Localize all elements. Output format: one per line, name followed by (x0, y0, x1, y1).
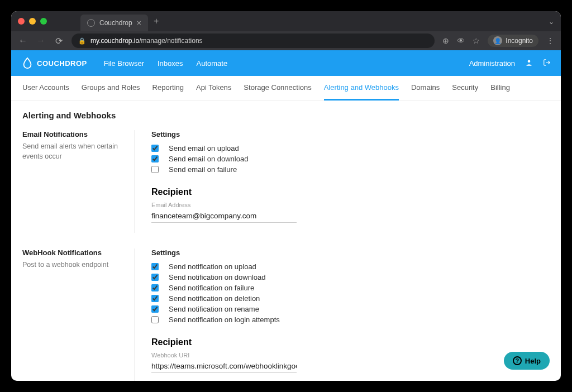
webhook-checkbox[interactable] (151, 263, 159, 270)
webhook-checkbox[interactable] (151, 295, 159, 302)
recipient-label: Recipient (151, 187, 550, 197)
drop-icon (21, 57, 34, 69)
tab-strip: Couchdrop × + (80, 11, 159, 31)
nav-automate[interactable]: Automate (197, 59, 228, 68)
tab-title: Couchdrop (99, 19, 132, 27)
svg-point-0 (528, 60, 531, 63)
webhook-option-row[interactable]: Send notification on failure (151, 284, 550, 292)
eye-off-icon[interactable]: 👁 (457, 36, 465, 45)
minimize-window-button[interactable] (29, 18, 36, 25)
section-settings: Settings Send email on uploadSend email … (134, 130, 550, 233)
webhook-section-description: Post to a webhook endpoint (22, 260, 123, 270)
email-option-label: Send email on failure (169, 165, 237, 174)
page-content: Alerting and Webhooks Email Notification… (11, 101, 561, 381)
help-button[interactable]: ? Help (504, 352, 550, 370)
webhook-checkbox[interactable] (151, 305, 159, 313)
subnav-user-accounts[interactable]: User Accounts (22, 77, 69, 101)
email-option-row[interactable]: Send email on failure (151, 165, 550, 174)
subnav: User Accounts Groups and Roles Reporting… (11, 76, 561, 101)
email-address-input[interactable] (151, 209, 297, 223)
close-window-button[interactable] (18, 18, 25, 25)
webhook-option-label: Send notification on login attempts (169, 315, 280, 324)
webhook-option-label: Send notification on failure (169, 284, 254, 292)
logout-icon[interactable] (543, 59, 551, 68)
section-description: WebHook Notifications Post to a webhook … (22, 248, 134, 381)
star-icon[interactable]: ☆ (473, 36, 480, 45)
email-option-row[interactable]: Send email on upload (151, 144, 550, 152)
webhook-checkbox[interactable] (151, 284, 159, 291)
webhook-option-row[interactable]: Send notification on upload (151, 262, 550, 271)
email-option-label: Send email on download (169, 155, 248, 163)
globe-icon (87, 19, 95, 27)
new-tab-button[interactable]: + (154, 16, 159, 26)
settings-label: Settings (151, 248, 550, 257)
chevron-down-icon[interactable]: ⌄ (549, 18, 554, 26)
help-label: Help (525, 357, 541, 365)
email-section-description: Send email alerts when certain events oc… (22, 142, 123, 161)
url-bar[interactable]: 🔒 my.couchdrop.io/manage/notifications (72, 34, 435, 48)
email-checkbox[interactable] (151, 155, 159, 162)
email-option-label: Send email on upload (169, 144, 239, 152)
subnav-domains[interactable]: Domains (411, 77, 440, 101)
settings-label: Settings (151, 130, 550, 138)
brand-logo[interactable]: COUCHDROP (21, 57, 87, 69)
traffic-lights (18, 18, 47, 25)
webhook-option-row[interactable]: Send notification on rename (151, 305, 550, 313)
administration-link[interactable]: Administration (469, 59, 515, 68)
help-icon: ? (513, 356, 522, 365)
webhook-option-label: Send notification on rename (169, 305, 259, 313)
webhook-checkbox[interactable] (151, 316, 159, 323)
webhook-field-label: Webhook URI (151, 352, 550, 358)
browser-tab[interactable]: Couchdrop × (80, 15, 148, 31)
webhook-uri-input[interactable] (151, 360, 297, 373)
subnav-api-tokens[interactable]: Api Tokens (196, 77, 231, 101)
user-icon[interactable] (525, 59, 533, 68)
reload-button[interactable]: ⟳ (54, 36, 64, 46)
email-notifications-section: Email Notifications Send email alerts wh… (22, 130, 550, 233)
maximize-window-button[interactable] (40, 18, 47, 25)
app-header: COUCHDROP File Browser Inboxes Automate … (11, 50, 561, 76)
email-checkbox[interactable] (151, 145, 159, 152)
section-description: Email Notifications Send email alerts wh… (22, 130, 134, 233)
recipient-label: Recipient (151, 337, 550, 347)
page-title: Alerting and Webhooks (22, 111, 550, 120)
webhook-option-label: Send notification on upload (169, 262, 256, 271)
subnav-groups-roles[interactable]: Groups and Roles (82, 77, 140, 101)
menu-icon[interactable]: ⋮ (546, 36, 554, 45)
email-option-row[interactable]: Send email on download (151, 155, 550, 163)
url-text: my.couchdrop.io/manage/notifications (90, 37, 203, 45)
webhook-option-row[interactable]: Send notification on download (151, 273, 550, 281)
browser-window: Couchdrop × + ⌄ ← → ⟳ 🔒 my.couchdrop.io/… (11, 11, 561, 381)
incognito-icon: 👤 (493, 36, 502, 45)
email-field-label: Email Address (151, 202, 550, 208)
webhook-checkbox[interactable] (151, 274, 159, 281)
subnav-reporting[interactable]: Reporting (152, 77, 184, 101)
browser-toolbar: ← → ⟳ 🔒 my.couchdrop.io/manage/notificat… (11, 31, 561, 50)
zoom-icon[interactable]: ⊕ (442, 36, 449, 45)
lock-icon: 🔒 (78, 37, 86, 45)
section-settings: Settings Send notification on uploadSend… (134, 248, 550, 381)
webhook-option-row[interactable]: Send notification on deletion (151, 294, 550, 303)
close-tab-icon[interactable]: × (137, 18, 141, 27)
nav-inboxes[interactable]: Inboxes (158, 59, 183, 68)
titlebar: Couchdrop × + ⌄ (11, 11, 561, 31)
webhook-option-label: Send notification on download (169, 273, 265, 281)
titlebar-right: ⌄ (549, 16, 554, 26)
brand-text: COUCHDROP (37, 59, 87, 68)
email-section-heading: Email Notifications (22, 130, 123, 138)
nav-file-browser[interactable]: File Browser (104, 59, 144, 68)
incognito-label: Incognito (506, 37, 533, 45)
subnav-alerting-webhooks[interactable]: Alerting and Webhooks (324, 77, 399, 101)
webhook-option-label: Send notification on deletion (169, 294, 260, 303)
back-button[interactable]: ← (18, 36, 28, 46)
webhook-option-row[interactable]: Send notification on login attempts (151, 315, 550, 324)
webhook-section-heading: WebHook Notifications (22, 248, 123, 257)
subnav-security[interactable]: Security (452, 77, 478, 101)
email-checkbox[interactable] (151, 166, 159, 173)
subnav-billing[interactable]: Billing (490, 77, 510, 101)
incognito-badge[interactable]: 👤 Incognito (488, 35, 538, 47)
webhook-notifications-section: WebHook Notifications Post to a webhook … (22, 248, 550, 381)
subnav-storage-connections[interactable]: Storage Connections (244, 77, 311, 101)
forward-button[interactable]: → (36, 36, 46, 46)
header-right: Administration (469, 59, 551, 68)
